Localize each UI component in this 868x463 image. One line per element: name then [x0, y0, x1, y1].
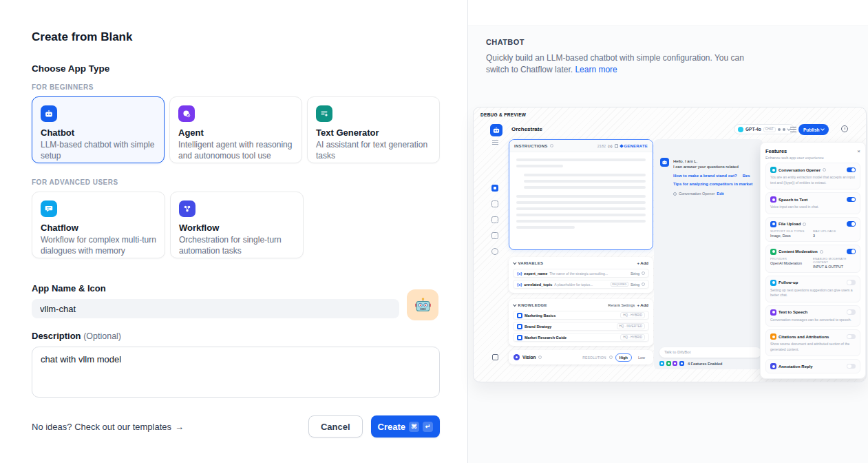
description-textarea[interactable]: chat with vllm model [32, 347, 440, 398]
dataset-icon [517, 335, 522, 340]
skeleton-line [516, 165, 563, 167]
app-name-input[interactable] [32, 299, 399, 318]
create-button[interactable]: Create ⌘ ↵ [371, 415, 440, 438]
mock-model-selector: GPT-4o CHAT [734, 124, 794, 134]
chevron-down-icon [513, 261, 516, 265]
mock-history-icon [841, 125, 848, 132]
advanced-cards-row: Chatflow Workflow for complex multi-turn… [32, 192, 440, 258]
templates-link[interactable]: No ideas? Check out our templates → [32, 422, 184, 432]
card-title: Chatbot [41, 127, 156, 138]
close-icon: × [857, 149, 860, 154]
info-icon [820, 250, 823, 254]
preview-description: Quickly build an LLM-based chatbot with … [486, 52, 746, 76]
speech-to-text-icon [770, 196, 776, 203]
app-type-card-text-generator[interactable]: Text Generator AI assistant for text gen… [307, 96, 440, 163]
opener-mini-icon [659, 361, 664, 366]
chevron-down-icon [513, 303, 516, 307]
document-icon [491, 216, 498, 223]
agent-icon [178, 105, 195, 122]
card-description: LLM-based chatbot with simple setup [41, 140, 156, 161]
resolution-low-option: Low [635, 353, 648, 362]
suggestion-row: How to make a brand stand out? Bes [673, 174, 761, 178]
app-type-card-chatbot[interactable]: Chatbot LLM-based chatbot with simple se… [32, 96, 165, 163]
skeleton-line [516, 220, 646, 223]
mock-sliders-icon [492, 140, 498, 145]
feature-item: Citations and Attributions Show source d… [765, 329, 860, 356]
rerank-settings-button: Rerank Settings [608, 303, 635, 307]
toggle-on [847, 221, 856, 227]
create-from-blank-modal: Create from Blank Choose App Type FOR BE… [0, 0, 468, 463]
add-variable-button: + Add [637, 261, 648, 265]
info-icon [823, 168, 826, 172]
chevron-down-icon [821, 127, 825, 131]
mock-publish-button: Publish [798, 124, 829, 135]
robot-emoji-icon [414, 296, 432, 314]
skeleton-line [516, 207, 646, 210]
debug-preview-title: DEBUG & PREVIEW [480, 112, 526, 117]
edit-icon [642, 271, 645, 275]
mock-vision-row: Vision RESOLUTION High Low [509, 350, 653, 364]
card-description: Orchestration for single-turn automation… [179, 235, 295, 256]
app-type-card-agent[interactable]: Agent Intelligent agent with reasoning a… [169, 96, 302, 163]
globe-icon [491, 248, 498, 255]
suggestion-row: Tips for analyzing competitors in market [673, 182, 761, 186]
for-beginners-label: FOR BEGINNERS [32, 83, 440, 91]
mock-features-panel: Features × Enhance web app user experien… [760, 142, 866, 379]
speech-mini-icon [673, 361, 677, 366]
edit-link: Edit [717, 192, 723, 196]
notes-icon [491, 232, 498, 239]
workflow-icon [179, 200, 195, 217]
cancel-button[interactable]: Cancel [308, 415, 363, 438]
info-icon [803, 223, 806, 226]
top-strip [468, 0, 868, 26]
knowledge-row: Brand Strategy HQ · INVERTED [513, 322, 649, 331]
chatbot-icon [41, 105, 57, 122]
resolution-high-option: High [615, 353, 632, 362]
card-title: Workflow [179, 223, 295, 233]
feature-item: Text to Speech Conversation messages can… [765, 305, 860, 327]
text-to-speech-icon [770, 309, 776, 316]
content-moderation-icon [770, 249, 776, 255]
skeleton-line [516, 195, 646, 198]
text-generator-icon [316, 105, 332, 122]
app-type-card-workflow[interactable]: Workflow Orchestration for single-turn a… [170, 192, 304, 258]
app-name-label: App Name & Icon [32, 283, 440, 294]
toggle-on [847, 197, 856, 203]
mock-knowledge-card: KNOWLEDGE Rerank Settings + Add Marketin… [509, 299, 653, 346]
dataset-icon [517, 313, 522, 318]
knowledge-row: Market Research Guide HQ · HYBRID [513, 333, 649, 342]
image-icon [491, 200, 498, 207]
panel-toggle-icon [492, 354, 498, 360]
feature-item: Follow-up Setting up next questions sugg… [765, 276, 860, 302]
info-icon [609, 356, 613, 359]
copy-icon [615, 144, 618, 148]
app-icon-picker[interactable] [407, 289, 438, 320]
dataset-icon [517, 324, 522, 329]
app-type-preview-pane: CHATBOT Quickly build an LLM-based chatb… [468, 0, 868, 463]
mock-chat-input: Talk to DifyBot [659, 347, 761, 358]
preview-body: CHATBOT Quickly build an LLM-based chatb… [468, 26, 868, 76]
vision-icon [514, 354, 520, 360]
optional-hint: (Optional) [83, 331, 121, 341]
mic-icon [778, 128, 781, 131]
card-title: Text Generator [316, 127, 431, 138]
citations-icon [770, 333, 776, 340]
card-description: AI assistant for text generation tasks [316, 140, 431, 161]
card-description: Workflow for complex multi-turn dialogue… [41, 235, 156, 256]
instructions-skeleton [509, 152, 653, 238]
skeleton-line [516, 158, 646, 161]
description-label: Description (Optional) [32, 331, 440, 341]
arrow-right-icon: → [175, 422, 184, 432]
instructions-header: INSTRUCTIONS 2182 {x} GENERATE [509, 140, 653, 152]
app-type-card-chatflow[interactable]: Chatflow Workflow for complex multi-turn… [32, 192, 165, 258]
skeleton-line [516, 214, 646, 216]
bot-avatar [660, 158, 669, 167]
learn-more-link[interactable]: Learn more [575, 65, 617, 74]
conversation-opener-row: Conversation Opener Edit [673, 192, 761, 196]
info-icon [538, 356, 542, 359]
page-title: Create from Blank [32, 30, 440, 44]
feature-item: Content Moderation PROVIDER OpenAI Moder… [765, 245, 860, 273]
toggle-off [847, 280, 856, 285]
mock-sidebar-rail [491, 185, 498, 255]
eye-icon [783, 128, 785, 131]
